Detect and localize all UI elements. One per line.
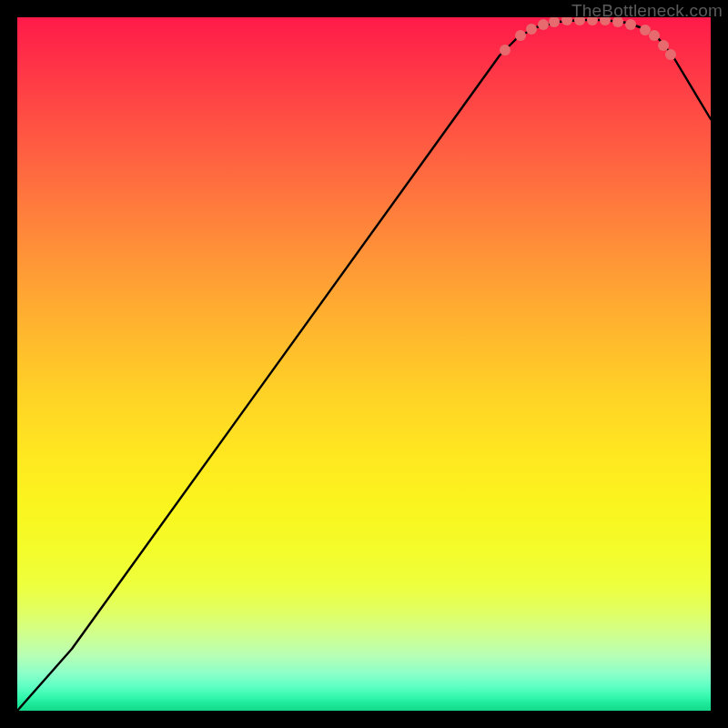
curve-marker [665,49,676,60]
curve-marker [640,25,651,35]
curve-marker [500,45,511,56]
curve-marker [658,40,669,51]
plot-area [17,17,711,711]
curve-markers [500,17,676,60]
watermark-text: TheBottleneck.com [571,1,723,21]
curve-marker [526,24,537,35]
curve-marker [538,19,549,30]
chart-stage: TheBottleneck.com [0,0,728,728]
chart-svg [17,17,711,711]
bottleneck-curve [17,20,711,711]
curve-marker [515,30,526,41]
curve-marker [649,30,660,41]
curve-marker [549,17,560,27]
